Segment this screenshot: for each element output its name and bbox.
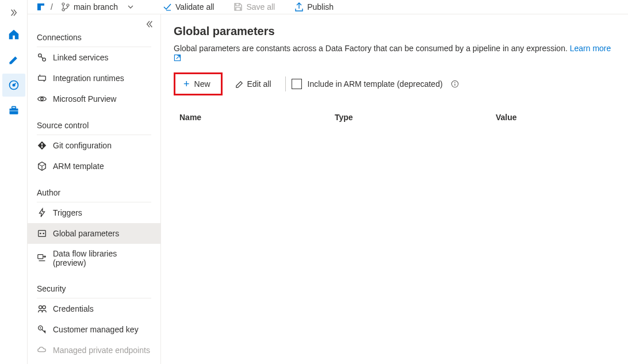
- column-type[interactable]: Type: [335, 113, 496, 122]
- validate-all-button[interactable]: Validate all: [158, 0, 219, 14]
- nav-linked-services[interactable]: Linked services: [28, 47, 160, 68]
- integration-runtimes-icon: [37, 73, 47, 83]
- save-all-label: Save all: [246, 2, 275, 12]
- datafactory-icon: [36, 2, 46, 12]
- main-area: / main branch Validate all Save all Publ…: [28, 0, 628, 364]
- chevron-double-right-icon: [10, 9, 18, 17]
- svg-point-8: [67, 4, 69, 6]
- dataflow-icon: [37, 253, 47, 263]
- save-icon: [233, 2, 243, 12]
- branch-label: main branch: [74, 2, 118, 12]
- toolbar-divider: [285, 76, 286, 91]
- section-header-author: Author: [28, 177, 160, 201]
- nav-label: Customer managed key: [53, 325, 139, 334]
- nav-label: Linked services: [53, 53, 109, 62]
- include-arm-checkbox[interactable]: Include in ARM template (deprecated): [292, 79, 443, 89]
- new-label: New: [194, 79, 210, 89]
- nav-global-parameters[interactable]: Global parameters: [28, 223, 160, 244]
- svg-rect-21: [39, 231, 46, 237]
- svg-rect-4: [12, 106, 16, 108]
- page-description: Global parameters are constants across a…: [174, 44, 615, 62]
- nav-label: Git configuration: [53, 141, 112, 150]
- home-icon: [7, 28, 20, 41]
- section-header-security: Security: [28, 273, 160, 297]
- column-name[interactable]: Name: [174, 113, 335, 122]
- nav-label: Triggers: [53, 208, 82, 217]
- global-parameters-icon: [37, 228, 47, 239]
- page-title: Global parameters: [174, 25, 615, 38]
- svg-point-17: [41, 98, 44, 101]
- svg-point-27: [43, 306, 45, 309]
- nav-integration-runtimes[interactable]: Integration runtimes: [28, 68, 160, 89]
- external-link-icon: [174, 54, 181, 62]
- nav-label: Microsoft Purview: [53, 94, 116, 104]
- nav-label: Global parameters: [53, 229, 119, 238]
- pencil-icon: [8, 54, 20, 66]
- toolbox-icon: [8, 105, 20, 116]
- svg-point-6: [62, 3, 64, 5]
- checkmark-icon: [163, 2, 172, 12]
- linked-services-icon: [37, 52, 47, 63]
- key-icon: [37, 324, 47, 335]
- pencil-icon: [235, 80, 244, 89]
- new-button[interactable]: + New: [174, 72, 223, 95]
- expand-rail-button[interactable]: [2, 5, 25, 21]
- nav-label: ARM template: [53, 162, 104, 171]
- main-content: Global parameters Global parameters are …: [161, 14, 628, 364]
- svg-rect-13: [39, 76, 46, 80]
- section-header-source-control: Source control: [28, 109, 160, 133]
- branch-icon: [61, 2, 70, 12]
- table-header: Name Type Value: [174, 107, 615, 128]
- svg-point-23: [43, 233, 44, 235]
- git-icon: [37, 140, 47, 151]
- save-all-button: Save all: [229, 0, 279, 14]
- section-header-connections: Connections: [28, 19, 160, 45]
- rail-monitor[interactable]: [2, 74, 25, 97]
- branch-selector[interactable]: main branch: [58, 0, 137, 14]
- publish-button[interactable]: Publish: [290, 0, 338, 14]
- nav-microsoft-purview[interactable]: Microsoft Purview: [28, 89, 160, 109]
- trigger-icon: [37, 208, 47, 218]
- nav-git-configuration[interactable]: Git configuration: [28, 135, 160, 156]
- nav-label: Credentials: [53, 304, 94, 313]
- nav-label: Integration runtimes: [53, 74, 124, 83]
- svg-line-2: [14, 83, 16, 85]
- nav-data-flow-libraries[interactable]: Data flow libraries (preview): [28, 244, 160, 273]
- rail-home[interactable]: [2, 23, 25, 46]
- svg-point-29: [40, 327, 41, 328]
- collapse-panel-button[interactable]: [145, 20, 154, 28]
- nav-customer-managed-key[interactable]: Customer managed key: [28, 319, 160, 340]
- nav-credentials[interactable]: Credentials: [28, 298, 160, 319]
- chevron-double-left-icon: [145, 20, 154, 28]
- breadcrumb-divider: /: [51, 2, 53, 12]
- side-panel: Connections Linked services Integration …: [28, 14, 161, 364]
- info-icon[interactable]: [451, 80, 459, 88]
- validate-all-label: Validate all: [175, 2, 214, 12]
- icon-rail: [0, 0, 28, 364]
- content-row: Connections Linked services Integration …: [28, 14, 628, 364]
- plus-icon: +: [183, 79, 190, 89]
- edit-all-button[interactable]: Edit all: [227, 75, 279, 93]
- edit-all-label: Edit all: [247, 79, 271, 89]
- arm-template-icon: [37, 161, 47, 171]
- nav-label: Data flow libraries (preview): [53, 249, 151, 267]
- column-value[interactable]: Value: [496, 113, 615, 122]
- checkbox-box: [292, 79, 302, 89]
- nav-triggers[interactable]: Triggers: [28, 202, 160, 223]
- svg-point-26: [39, 306, 42, 309]
- toolbar: + New Edit all Include in ARM template (…: [174, 72, 615, 95]
- include-arm-label: Include in ARM template (deprecated): [308, 79, 443, 89]
- svg-line-12: [41, 56, 43, 59]
- purview-icon: [37, 94, 47, 104]
- gauge-icon: [8, 79, 20, 91]
- svg-point-32: [454, 82, 455, 83]
- rail-author[interactable]: [2, 48, 25, 71]
- top-bar: / main branch Validate all Save all Publ…: [28, 0, 628, 14]
- nav-managed-private-endpoints: Managed private endpoints: [28, 340, 160, 361]
- chevron-down-icon: [127, 3, 134, 10]
- upload-icon: [294, 2, 304, 12]
- rail-manage[interactable]: [2, 99, 25, 122]
- svg-rect-24: [38, 255, 43, 259]
- nav-arm-template[interactable]: ARM template: [28, 156, 160, 177]
- private-endpoints-icon: [37, 345, 47, 355]
